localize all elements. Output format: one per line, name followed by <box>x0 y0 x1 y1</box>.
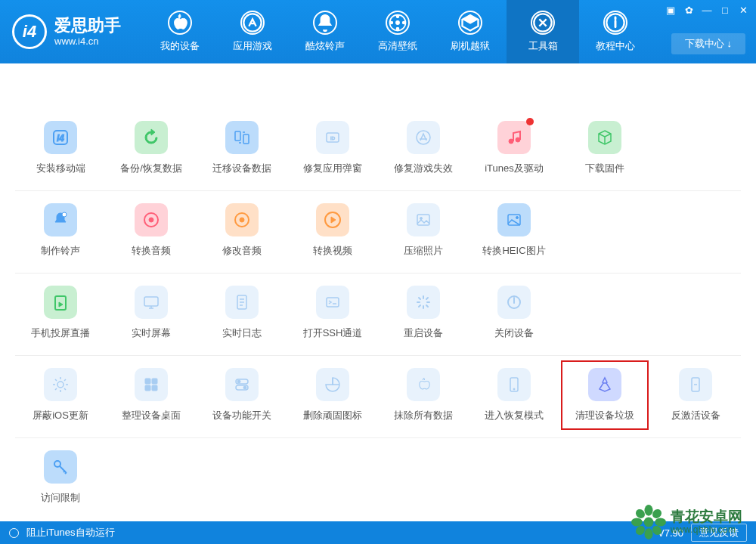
tool-label: 手机投屏直播 <box>31 326 90 340</box>
tool-power[interactable]: 关闭设备 <box>469 286 559 340</box>
nav-jailbreak[interactable]: 刷机越狱 <box>434 0 507 63</box>
tool-grid[interactable]: 整理设备桌面 <box>106 368 197 422</box>
shirt-icon[interactable]: ▣ <box>664 5 677 16</box>
tools-icon <box>531 11 555 35</box>
tool-pie[interactable]: 删除顽固图标 <box>287 368 378 422</box>
svg-rect-37 <box>152 385 157 391</box>
notification-dot <box>526 118 534 125</box>
tool-row: 访问限制 <box>15 438 741 514</box>
tool-label: 反激活设备 <box>671 409 720 422</box>
tool-ssh[interactable]: 打开SSH通道 <box>287 286 378 340</box>
heic-icon <box>497 203 531 236</box>
svg-point-47 <box>644 505 652 516</box>
itunes-block-label[interactable]: 阻止iTunes自动运行 <box>26 526 115 539</box>
phone2-icon <box>679 368 712 401</box>
tool-loading[interactable]: 重启设备 <box>378 286 469 340</box>
nav-label: 高清壁纸 <box>378 39 417 53</box>
watermark: 青花安卓网 www.qhhlv.com <box>631 505 742 539</box>
tool-disc[interactable]: 转换音频 <box>106 203 197 258</box>
tool-label: 修复应用弹窗 <box>303 162 362 175</box>
logo-icon: i4 <box>12 14 47 49</box>
svg-point-33 <box>57 382 64 388</box>
tool-label: 转换音频 <box>132 244 171 258</box>
tool-label: 修改音频 <box>222 244 262 258</box>
nav-tools[interactable]: 工具箱 <box>507 0 579 63</box>
svg-text:i4: i4 <box>57 133 64 144</box>
tool-music[interactable]: iTunes及驱动 <box>469 121 559 175</box>
app-icon <box>240 11 265 35</box>
transfer-icon <box>225 121 259 154</box>
tool-gear[interactable]: 屏蔽iOS更新 <box>15 368 106 422</box>
cube-icon <box>588 121 621 154</box>
tool-apple2[interactable]: 抹除所有数据 <box>378 368 469 422</box>
tool-toggles[interactable]: 设备功能开关 <box>197 368 287 422</box>
tool-cube[interactable]: 下载固件 <box>559 121 650 175</box>
tool-row: 制作铃声转换音频修改音频转换视频压缩照片转换HEIC图片 <box>15 191 741 274</box>
tool-restore[interactable]: 备份/恢复数据 <box>106 121 197 175</box>
svg-point-3 <box>396 15 399 18</box>
maximize-icon[interactable]: □ <box>718 5 732 16</box>
tool-transfer[interactable]: 迁移设备数据 <box>197 121 287 175</box>
apple-icon <box>168 11 192 35</box>
tool-disc[interactable]: 修改音频 <box>197 203 287 258</box>
svg-point-22 <box>240 218 244 222</box>
tool-label: 重启设备 <box>404 326 443 340</box>
tool-doc[interactable]: 实时日志 <box>197 286 287 340</box>
nav-bell[interactable]: 酷炫铃声 <box>289 0 361 63</box>
tool-label: 打开SSH通道 <box>303 326 363 340</box>
tool-label: 设备功能开关 <box>212 409 271 422</box>
ssh-icon <box>316 286 349 319</box>
svg-point-39 <box>237 380 240 383</box>
bell-icon <box>313 11 337 35</box>
tool-image[interactable]: 压缩照片 <box>378 203 469 258</box>
nav-app[interactable]: 应用游戏 <box>216 0 289 63</box>
loading-icon <box>407 286 440 319</box>
nav-wallpaper[interactable]: 高清壁纸 <box>361 0 434 63</box>
download-center-button[interactable]: 下载中心 ↓ <box>671 33 745 54</box>
app-url: www.i4.cn <box>54 36 121 47</box>
tool-bell2[interactable]: 制作铃声 <box>15 203 106 258</box>
nav-apple[interactable]: 我的设备 <box>144 0 216 63</box>
svg-rect-36 <box>145 385 150 391</box>
grid-icon <box>135 368 168 401</box>
play-icon <box>316 203 349 236</box>
doc-icon <box>225 286 259 319</box>
watermark-logo-icon <box>631 505 666 539</box>
tool-play[interactable]: 转换视频 <box>287 203 378 258</box>
nav-label: 工具箱 <box>528 39 558 53</box>
tool-logo[interactable]: i4安装移动端 <box>15 121 106 175</box>
svg-point-43 <box>513 388 515 390</box>
settings-icon[interactable]: ✿ <box>682 5 696 16</box>
minimize-icon[interactable]: — <box>700 5 714 16</box>
app-title: 爱思助手 <box>54 17 121 35</box>
tool-phone2[interactable]: 反激活设备 <box>650 368 741 422</box>
power-icon <box>497 286 531 319</box>
svg-text:ID: ID <box>330 136 336 141</box>
key-icon <box>44 450 77 484</box>
tool-monitor[interactable]: 实时屏幕 <box>106 286 197 340</box>
cast-icon <box>44 286 77 319</box>
music-icon <box>497 121 531 154</box>
image-icon <box>407 203 440 236</box>
svg-point-2 <box>396 21 400 25</box>
svg-rect-12 <box>243 134 249 144</box>
nav-label: 我的设备 <box>160 39 200 53</box>
restore-icon <box>135 121 168 154</box>
tool-phone[interactable]: 进入恢复模式 <box>469 368 559 422</box>
radio-icon[interactable] <box>9 528 19 538</box>
tool-heic[interactable]: 转换HEIC图片 <box>469 203 559 258</box>
appstore-icon <box>407 121 440 154</box>
svg-point-50 <box>655 518 666 526</box>
gear-icon <box>44 368 77 401</box>
tool-appstore[interactable]: 修复游戏失效 <box>378 121 469 175</box>
tool-label: 迁移设备数据 <box>212 162 271 175</box>
close-icon[interactable]: ✕ <box>736 5 750 16</box>
tool-label: 修复游戏失效 <box>394 162 453 175</box>
tool-cast[interactable]: 手机投屏直播 <box>15 286 106 340</box>
tool-clean[interactable]: 清理设备垃圾 <box>559 368 650 422</box>
tool-appleid[interactable]: ID修复应用弹窗 <box>287 121 378 175</box>
nav-info[interactable]: 教程中心 <box>579 0 652 63</box>
appleid-icon: ID <box>316 121 349 154</box>
title-bar: ▣ ✿ — □ ✕ <box>664 5 750 16</box>
tool-key[interactable]: 访问限制 <box>15 450 106 505</box>
